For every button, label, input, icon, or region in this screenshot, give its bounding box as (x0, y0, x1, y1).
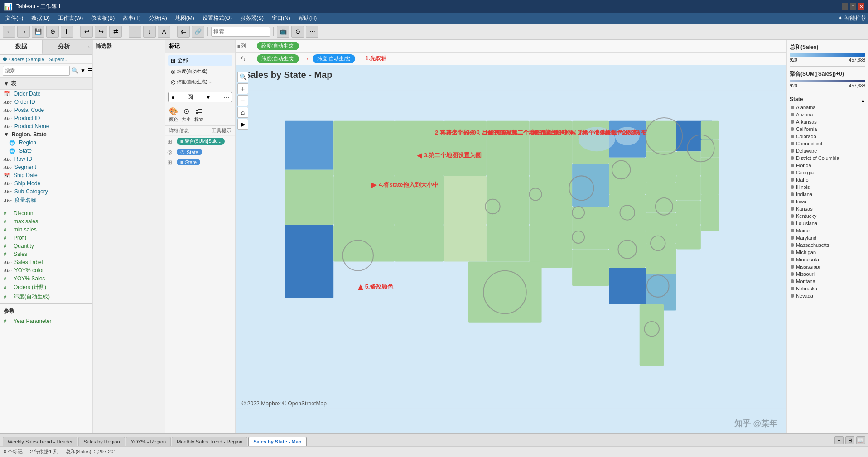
state-nd[interactable] (487, 121, 530, 176)
view-toggle-icon[interactable]: ☰ (87, 67, 92, 74)
smart-recommend[interactable]: ✦ 智能推荐 (838, 14, 866, 22)
add-datasource-button[interactable]: ⊕ (46, 26, 59, 38)
tab-monthly-sales[interactable]: Monthly Sales Trend - Region (172, 437, 247, 446)
field-profit[interactable]: # Profit (0, 234, 92, 242)
field-sales[interactable]: # Sales (0, 250, 92, 258)
left-panel-collapse[interactable]: › (85, 40, 92, 54)
datasource-label[interactable]: ⬢ Orders (Sample - Supers... (0, 55, 92, 64)
state-item-alabama[interactable]: Alabama (790, 104, 865, 111)
state-california[interactable] (285, 225, 333, 298)
map-zoom-in-button[interactable]: + (237, 83, 248, 94)
color-button[interactable]: 🎨 颜色 (169, 107, 178, 123)
state-scrollbar[interactable]: ▲ (861, 98, 865, 103)
back-button[interactable]: ← (3, 26, 15, 38)
state-montana[interactable] (395, 121, 444, 176)
state-item-minnesota[interactable]: Minnesota (790, 256, 865, 263)
field-sales-label[interactable]: Abc Sales Label (0, 258, 92, 266)
state-item-massachusetts[interactable]: Massachusetts (790, 242, 865, 248)
state-colorado[interactable] (444, 176, 487, 225)
state-nc[interactable] (646, 212, 676, 243)
sort-asc-button[interactable]: ↑ (129, 26, 141, 38)
map-expand-button[interactable]: ▶ (237, 119, 248, 130)
state-item-illinois[interactable]: Illinois (790, 184, 865, 190)
field-yoy-sales[interactable]: # YOY% Sales (0, 274, 92, 283)
state-item-colorado[interactable]: Colorado (790, 133, 865, 140)
map-zoom-out-button[interactable]: − (237, 95, 248, 106)
field-sub-category[interactable]: Abc Sub-Category (0, 188, 92, 196)
menu-analysis[interactable]: 分析(A) (145, 14, 171, 23)
highlight-button[interactable]: A (158, 26, 170, 38)
state-item-maryland[interactable]: Maryland (790, 235, 865, 241)
state-texas-w[interactable] (487, 225, 530, 261)
state-item-georgia[interactable]: Georgia (790, 169, 865, 176)
state-item-dc[interactable]: District of Columbia (790, 155, 865, 161)
close-button[interactable]: ✕ (858, 3, 864, 10)
menu-file[interactable]: 文件(F) (2, 14, 27, 23)
tab-weekly-sales[interactable]: Weekly Sales Trend - Header (3, 437, 77, 446)
field-state[interactable]: 🌐 State (0, 147, 92, 155)
menu-story[interactable]: 故事(T) (119, 14, 144, 23)
state-item-nebraska[interactable]: Nebraska (790, 285, 865, 292)
field-measure-names[interactable]: Abc 度量名称 (0, 196, 92, 205)
field-discount[interactable]: # Discount (0, 209, 92, 217)
menu-map[interactable]: 地图(M) (172, 14, 198, 23)
menu-help[interactable]: 帮助(H) (295, 14, 321, 23)
menu-server[interactable]: 服务器(S) (236, 14, 267, 23)
state-item-maine[interactable]: Maine (790, 227, 865, 234)
state-fl-w[interactable] (609, 268, 646, 304)
state-item-delaware[interactable]: Delaware (790, 148, 865, 154)
field-row-id[interactable]: Abc Row ID (0, 155, 92, 163)
state-utah[interactable] (395, 176, 444, 225)
marks-field-state-size[interactable]: ◎ State (177, 149, 202, 155)
field-product-id[interactable]: Abc Product ID (0, 114, 92, 122)
field-order-id[interactable]: Abc Order ID (0, 98, 92, 106)
new-dashboard-button[interactable]: ⊞ (845, 436, 854, 444)
tooltip-button[interactable]: 🔗 (192, 26, 204, 38)
state-al[interactable] (609, 231, 646, 268)
state-item-florida[interactable]: Florida (790, 162, 865, 168)
state-new-mexico[interactable] (395, 225, 444, 261)
state-nevada[interactable] (333, 176, 395, 225)
row-pill-lat1[interactable]: 纬度(自动生成) (257, 54, 299, 63)
field-order-date[interactable]: 📅 Order Date (0, 90, 92, 98)
col-pill-longitude[interactable]: 经度(自动生成) (257, 42, 299, 50)
state-wyoming[interactable] (444, 121, 487, 176)
marks-type-dropdown[interactable]: ● 圆 ▼ ⋯ (168, 92, 232, 102)
title-bar-controls[interactable]: — □ ✕ (842, 3, 864, 10)
state-item-arizona[interactable]: Arizona (790, 111, 865, 118)
menu-dashboard[interactable]: 仪表板(B) (87, 14, 118, 23)
sales-slider[interactable]: 920 457,688 (790, 53, 865, 63)
state-item-indiana[interactable]: Indiana (790, 191, 865, 197)
state-pa[interactable] (646, 151, 676, 182)
menu-format[interactable]: 设置格式(O) (199, 14, 236, 23)
state-item-kansas[interactable]: Kansas (790, 206, 865, 212)
state-item-montana[interactable]: Montana (790, 278, 865, 284)
state-ny-w[interactable] (646, 121, 676, 152)
toolbar-search[interactable] (211, 27, 270, 37)
state-kansas[interactable] (487, 176, 530, 225)
map-home-button[interactable]: ⌂ (237, 107, 248, 118)
search-icon[interactable]: 🔍 (72, 67, 78, 74)
state-item-missouri[interactable]: Missouri (790, 271, 865, 277)
tab-analysis[interactable]: 分析 (43, 40, 85, 54)
redo-button[interactable]: ↪ (95, 26, 107, 38)
forward-button[interactable]: → (17, 26, 30, 38)
tab-data[interactable]: 数据 (0, 40, 43, 54)
maximize-button[interactable]: □ (850, 3, 856, 10)
state-item-connecticut[interactable]: Connecticut (790, 140, 865, 147)
state-item-california[interactable]: California (790, 126, 865, 132)
tab-yoy-region[interactable]: YOY% - Region (126, 437, 171, 446)
label-button[interactable]: 🏷 标签 (194, 107, 203, 123)
state-item-iowa[interactable]: Iowa (790, 198, 865, 205)
state-item-mississippi[interactable]: Mississippi (790, 264, 865, 270)
pause-button[interactable]: ⏸ (61, 26, 73, 38)
state-mn[interactable] (530, 121, 573, 176)
state-item-kentucky[interactable]: Kentucky (790, 213, 865, 219)
field-region[interactable]: 🌐 Region (0, 139, 92, 147)
tab-sales-by-state-map[interactable]: Sales by State - Map (248, 437, 306, 446)
more-button[interactable]: ⋯ (306, 26, 318, 38)
filter-icon[interactable]: ▼ (80, 67, 86, 74)
map-search-button[interactable]: 🔍 (237, 72, 248, 82)
menu-window[interactable]: 窗口(N) (268, 14, 294, 23)
menu-data[interactable]: 数据(D) (28, 14, 53, 23)
